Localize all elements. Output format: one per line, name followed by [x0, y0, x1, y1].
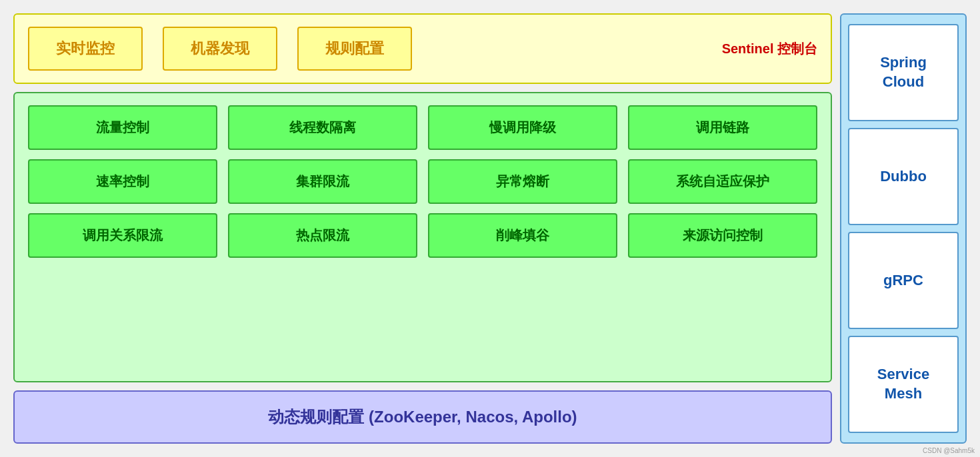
right-sidebar: Spring Cloud Dubbo gRPC Service Mesh	[840, 13, 967, 444]
flow-control-box: 流量控制	[28, 105, 217, 150]
spring-cloud-card: Spring Cloud	[848, 24, 959, 121]
call-chain-box: 调用链路	[628, 105, 817, 150]
features-panel: 流量控制 线程数隔离 慢调用降级 调用链路 速率控制 集群限流 异常熔断 系统自…	[13, 92, 832, 382]
features-row-3: 调用关系限流 热点限流 削峰填谷 来源访问控制	[28, 213, 817, 258]
service-mesh-card: Service Mesh	[848, 336, 959, 433]
watermark: CSDN @Sahm5k	[923, 447, 975, 454]
dubbo-card: Dubbo	[848, 128, 959, 225]
features-row-1: 流量控制 线程数隔离 慢调用降级 调用链路	[28, 105, 817, 150]
cluster-limit-box: 集群限流	[228, 159, 417, 204]
system-adaptive-box: 系统自适应保护	[628, 159, 817, 204]
dynamic-panel: 动态规则配置 (ZooKeeper, Nacos, Apollo)	[13, 390, 832, 444]
hotspot-limit-box: 热点限流	[228, 213, 417, 258]
dynamic-label: 动态规则配置 (ZooKeeper, Nacos, Apollo)	[268, 406, 577, 428]
features-row-2: 速率控制 集群限流 异常熔断 系统自适应保护	[28, 159, 817, 204]
thread-isolation-box: 线程数隔离	[228, 105, 417, 150]
left-panel: 实时监控 机器发现 规则配置 Sentinel 控制台 流量控制 线程数隔离 慢…	[13, 13, 832, 444]
slow-call-degrade-box: 慢调用降级	[428, 105, 617, 150]
rule-config-box: 规则配置	[297, 27, 412, 71]
call-relation-limit-box: 调用关系限流	[28, 213, 217, 258]
sentinel-label: Sentinel 控制台	[722, 40, 817, 58]
grpc-card: gRPC	[848, 232, 959, 329]
realtime-monitor-box: 实时监控	[28, 27, 143, 71]
sentinel-boxes: 实时监控 机器发现 规则配置	[28, 27, 709, 71]
sentinel-panel: 实时监控 机器发现 规则配置 Sentinel 控制台	[13, 13, 832, 84]
machine-discovery-box: 机器发现	[163, 27, 277, 71]
main-container: 实时监控 机器发现 规则配置 Sentinel 控制台 流量控制 线程数隔离 慢…	[0, 0, 980, 457]
exception-circuit-box: 异常熔断	[428, 159, 617, 204]
rate-control-box: 速率控制	[28, 159, 217, 204]
source-access-control-box: 来源访问控制	[628, 213, 817, 258]
peak-shaving-box: 削峰填谷	[428, 213, 617, 258]
